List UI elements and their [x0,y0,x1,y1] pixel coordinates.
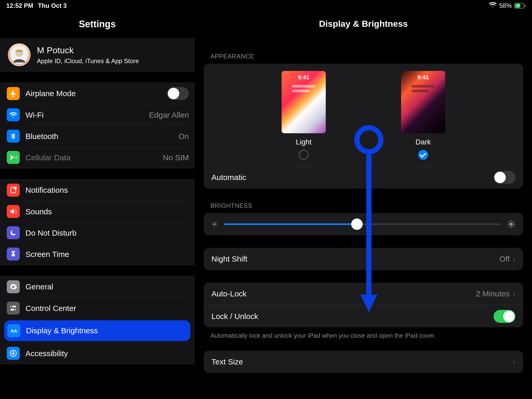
notifications-icon [7,184,20,197]
svg-line-23 [216,225,216,226]
sidebar-group-alerts: Notifications Sounds Do Not Disturb Scre… [0,179,195,265]
text-size-row[interactable]: Text Size › [204,351,523,373]
sidebar-item-label: Do Not Disturb [25,229,77,237]
svg-rect-2 [524,5,526,7]
svg-point-17 [214,223,216,225]
sidebar-item-value: No SIM [163,153,189,162]
sidebar-item-label: Accessibility [25,349,68,358]
dark-radio[interactable] [418,150,428,160]
sidebar-item-bluetooth[interactable]: Bluetooth On [0,125,195,147]
profile-name: M Potuck [37,45,139,55]
auto-lock-label: Auto-Lock [211,289,247,298]
sidebar-item-dnd[interactable]: Do Not Disturb [0,222,195,243]
appearance-dark-option[interactable]: 9:41 Dark [401,71,445,160]
sidebar-item-label: Control Center [25,304,76,313]
lock-note: Automatically lock and unlock your iPad … [210,332,523,339]
moon-icon [7,226,20,239]
svg-point-11 [11,306,12,307]
status-date: Thu Oct 3 [38,2,67,9]
sidebar-item-label: Airplane Mode [25,89,76,98]
sidebar-item-airplane[interactable]: Airplane Mode [0,83,195,104]
automatic-row[interactable]: Automatic [204,166,523,189]
chevron-right-icon: › [513,255,515,263]
battery-icon [514,3,526,9]
svg-line-33 [508,226,509,227]
text-aa-icon: AA [7,324,20,337]
night-shift-row[interactable]: Night Shift Off › [204,248,523,270]
svg-line-32 [513,226,514,227]
sidebar-item-display[interactable]: AA Display & Brightness [4,320,190,341]
chevron-right-icon: › [513,357,515,366]
night-shift-value: Off [500,255,510,263]
brightness-header: BRIGHTNESS [210,202,523,209]
svg-point-16 [13,351,14,352]
svg-line-31 [508,221,509,222]
detail-pane: Display & Brightness APPEARANCE 9:41 Lig… [195,11,532,398]
sidebar-item-label: Cellular Data [25,153,70,162]
brightness-slider[interactable] [224,223,501,225]
sidebar-item-label: Bluetooth [25,132,58,141]
wifi-icon [7,108,20,121]
lock-card: Auto-Lock 2 Minutes › Lock / Unlock [204,283,523,327]
light-label: Light [296,138,312,146]
svg-point-26 [509,222,513,226]
text-size-label: Text Size [211,357,243,366]
hourglass-icon [7,248,20,261]
sidebar-item-label: Wi-Fi [25,111,44,119]
toggles-icon [7,302,20,315]
appearance-header: APPEARANCE [210,53,523,60]
sidebar-profile-row[interactable]: M Potuck Apple ID, iCloud, iTunes & App … [0,38,195,72]
wifi-icon [489,2,497,9]
light-preview: 9:41 [282,71,326,133]
dark-label: Dark [415,138,431,146]
sun-small-icon [211,221,218,228]
detail-title: Display & Brightness [195,11,532,39]
sidebar-item-label: Display & Brightness [26,326,98,335]
sidebar-group-connectivity: Airplane Mode Wi-Fi Edgar Allen Bluetoot… [0,83,195,168]
preview-time: 9:41 [401,74,445,81]
appearance-light-option[interactable]: 9:41 Light [282,71,326,160]
sidebar-item-cellular[interactable]: Cellular Data No SIM [0,147,195,168]
sounds-icon [7,205,20,218]
sidebar-item-label: Screen Time [25,250,69,259]
sidebar-item-notifications[interactable]: Notifications [0,179,195,201]
status-bar: 12:52 PM Thu Oct 3 58% [0,0,532,11]
night-shift-card: Night Shift Off › [204,248,523,270]
sidebar-item-screentime[interactable]: Screen Time [0,243,195,265]
sidebar-item-controlcenter[interactable]: Control Center [0,297,195,319]
sidebar-item-wifi[interactable]: Wi-Fi Edgar Allen [0,104,195,125]
svg-point-6 [19,52,22,55]
settings-sidebar: Settings M Potuck Apple ID, iCloud, iTun… [0,11,195,398]
sidebar-item-value: Edgar Allen [149,111,189,119]
svg-point-13 [14,309,15,310]
bluetooth-icon [7,130,20,143]
lock-unlock-row[interactable]: Lock / Unlock [204,305,523,327]
automatic-label: Automatic [211,173,246,182]
svg-text:AA: AA [11,328,17,334]
brightness-slider-row[interactable] [204,213,523,235]
sidebar-item-label: General [25,282,53,291]
svg-point-7 [13,157,14,158]
auto-lock-row[interactable]: Auto-Lock 2 Minutes › [204,283,523,305]
svg-line-24 [212,225,213,226]
sidebar-item-sounds[interactable]: Sounds [0,201,195,222]
sidebar-item-general[interactable]: General [0,276,195,297]
cellular-icon [7,151,20,164]
battery-percent: 58% [499,2,512,9]
sidebar-item-label: Notifications [25,186,68,195]
airplane-toggle[interactable] [167,87,189,100]
sun-large-icon [507,220,516,229]
svg-line-34 [513,221,514,222]
brightness-card [204,213,523,235]
automatic-toggle[interactable] [494,171,515,184]
lock-unlock-toggle[interactable] [494,310,515,323]
lock-unlock-label: Lock / Unlock [211,312,258,321]
sidebar-item-accessibility[interactable]: Accessibility [0,343,195,364]
text-size-card: Text Size › [204,351,523,373]
light-radio[interactable] [299,150,309,160]
dark-preview: 9:41 [401,71,445,133]
airplane-icon [7,87,20,100]
chevron-right-icon: › [513,289,515,298]
avatar [8,43,31,66]
sidebar-item-label: Sounds [25,207,52,216]
